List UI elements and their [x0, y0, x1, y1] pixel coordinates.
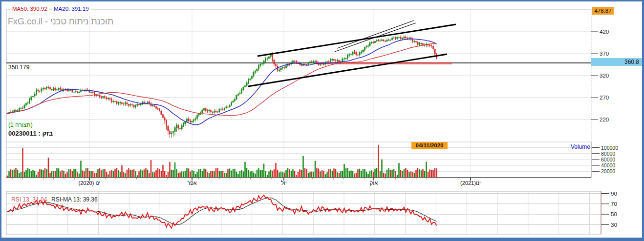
date-axis-label: אוק	[370, 180, 378, 186]
cursor-date-badge: 04/11/2020	[411, 142, 448, 149]
price-axis-tick: 420	[600, 29, 609, 35]
date-axis-label: ינו (2020)	[79, 180, 101, 186]
price-axis-tick: 370	[600, 51, 609, 57]
chart-window: MA50: 390.92 MA20: 391.19 FxG.co.il - תו…	[0, 0, 644, 241]
layout-config-label: (תצורה 1)	[8, 121, 33, 128]
ma50-indicator-label: MA50: 390.92	[10, 6, 49, 12]
volume-pane-title: Volume	[558, 143, 590, 150]
session-high-badge: 478.87	[592, 7, 614, 15]
instrument-ticker-label: בזק : 00230011	[8, 130, 53, 137]
price-axis-tick: 320	[600, 73, 609, 79]
support-level-label: 350.179	[8, 64, 29, 71]
rsi-indicator-label: RSI 13: 31.04	[11, 196, 47, 203]
ma20-indicator-label: MA20: 391.19	[52, 6, 91, 12]
volume-axis-tick: 80000	[601, 151, 615, 157]
rsi-ma-indicator-label: RSI-MA 13: 39.36	[51, 196, 98, 203]
rsi-axis-tick: 30	[611, 222, 617, 228]
volume-axis-tick: 20000	[601, 168, 615, 174]
app-watermark: FxG.co.il - תוכנת ניתוח טכני	[8, 17, 113, 27]
date-axis-label: אפר	[187, 180, 197, 186]
rsi-axis-tick: 50	[611, 211, 617, 217]
volume-axis-tick: 100000	[601, 145, 618, 151]
rsi-axis-tick: 90	[611, 191, 617, 197]
date-axis-label: יול	[281, 180, 287, 186]
price-axis-tick: 220	[600, 117, 609, 122]
rsi-axis-tick: 70	[611, 201, 617, 207]
date-axis-label: ינו(2021)	[460, 180, 481, 186]
price-axis-tick: 270	[600, 95, 609, 100]
last-price-badge: 360.8	[591, 58, 642, 66]
volume-axis-tick: 40000	[601, 162, 615, 168]
volume-axis-tick: 60000	[601, 157, 615, 162]
